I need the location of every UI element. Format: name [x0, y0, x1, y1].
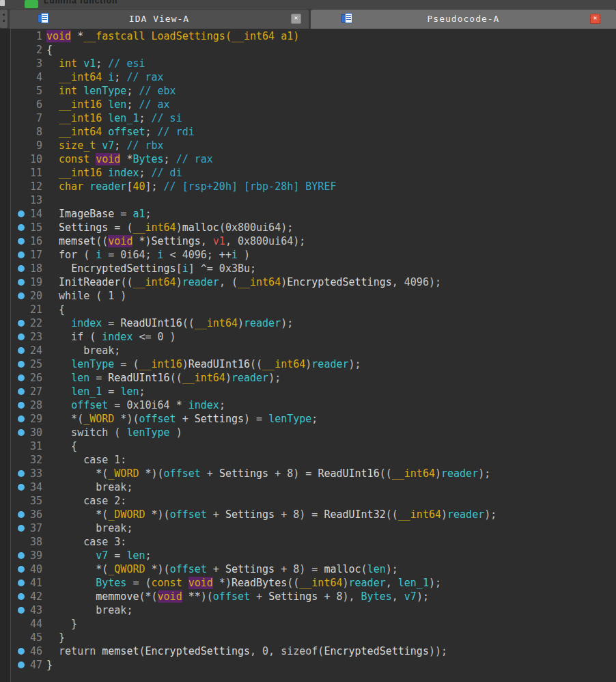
code-line[interactable]: 45 } [11, 631, 616, 644]
address-dot-cell[interactable] [11, 508, 29, 521]
code-line[interactable]: 21 { [11, 303, 616, 316]
code-line[interactable]: 14 ImageBase = a1; [11, 207, 616, 221]
address-dot-cell[interactable] [11, 275, 29, 289]
tab-pseudocode[interactable]: Pseudocode-A ✕ [311, 10, 616, 29]
tab-ida-view[interactable]: IDA View-A ✕ [10, 10, 309, 29]
address-dot-icon[interactable] [18, 374, 25, 381]
address-dot-icon[interactable] [18, 402, 25, 409]
code-line[interactable]: 44 } [11, 617, 616, 631]
address-dot-icon[interactable] [18, 525, 25, 532]
code-line[interactable]: 27 len_1 = len; [11, 385, 616, 398]
code-line[interactable]: 40 *(_QWORD *)(offset + Settings + 8) = … [11, 562, 616, 576]
address-dot-cell[interactable] [11, 467, 29, 480]
toolbar-partial-icon[interactable] [0, 0, 5, 6]
address-dot-icon[interactable] [18, 552, 25, 559]
address-dot-icon[interactable] [18, 470, 25, 477]
code-line[interactable]: 24 break; [11, 344, 616, 357]
code-line[interactable]: 8 __int64 offset; // rdi [11, 125, 616, 139]
address-dot-icon[interactable] [18, 388, 25, 395]
address-dot-cell[interactable] [11, 426, 29, 439]
code-line[interactable]: 43 break; [11, 603, 616, 617]
code-line[interactable]: 12 char reader[40]; // [rsp+20h] [rbp-28… [11, 180, 616, 193]
address-dot-icon[interactable] [18, 415, 25, 422]
address-dot-icon[interactable] [18, 265, 25, 272]
code-line[interactable]: 31 { [11, 439, 616, 453]
address-dot-cell[interactable] [11, 344, 29, 357]
address-dot-cell[interactable] [11, 603, 29, 617]
code-line[interactable]: 28 offset = 0x10i64 * index; [11, 398, 616, 412]
close-tab-icon[interactable]: ✕ [291, 14, 301, 24]
code-line[interactable]: 41 Bytes = (const void *)ReadBytes((__in… [11, 576, 616, 590]
code-line[interactable]: 15 Settings = (__int64)malloc(0x800ui64)… [11, 221, 616, 234]
code-line[interactable]: 23 if ( index <= 0 ) [11, 330, 616, 344]
address-dot-cell[interactable] [11, 549, 29, 562]
address-dot-cell[interactable] [11, 207, 29, 221]
address-dot-icon[interactable] [18, 566, 25, 573]
code-line[interactable]: 46 return memset(EncryptedSettings, 0, s… [11, 644, 616, 658]
address-dot-cell[interactable] [11, 221, 29, 234]
address-dot-cell[interactable] [11, 576, 29, 590]
close-tab-icon[interactable]: ✕ [590, 14, 600, 24]
address-dot-cell[interactable] [11, 521, 29, 535]
dock-handle[interactable] [0, 10, 8, 28]
code-line[interactable]: 18 EncryptedSettings[i] ^= 0x3Bu; [11, 262, 616, 275]
code-line[interactable]: 10 const void *Bytes; // rax [11, 152, 616, 166]
code-line[interactable]: 3 int v1; // esi [11, 57, 616, 70]
address-dot-cell[interactable] [11, 590, 29, 603]
address-dot-icon[interactable] [18, 210, 25, 217]
code-line[interactable]: 7 __int16 len_1; // si [11, 111, 616, 125]
code-line[interactable]: 4 __int64 i; // rax [11, 70, 616, 84]
address-dot-cell[interactable] [11, 316, 29, 330]
address-dot-icon[interactable] [18, 648, 25, 655]
address-dot-icon[interactable] [18, 661, 25, 668]
address-dot-cell[interactable] [11, 480, 29, 494]
address-dot-cell[interactable] [11, 371, 29, 385]
code-line[interactable]: 1void *__fastcall LoadSettings(__int64 a… [11, 29, 616, 43]
address-dot-icon[interactable] [18, 579, 25, 586]
address-dot-cell[interactable] [11, 398, 29, 412]
code-line[interactable]: 25 lenType = (__int16)ReadUInt16((__int6… [11, 357, 616, 371]
code-line[interactable]: 38 case 3: [11, 535, 616, 549]
code-line[interactable]: 13 [11, 193, 616, 207]
code-line[interactable]: 32 case 1: [11, 453, 616, 467]
address-dot-cell[interactable] [11, 248, 29, 262]
code-line[interactable]: 19 InitReader((__int64)reader, (__int64)… [11, 275, 616, 289]
code-line[interactable]: 37 break; [11, 521, 616, 535]
address-dot-cell[interactable] [11, 562, 29, 576]
code-line[interactable]: 2{ [11, 43, 616, 57]
code-line[interactable]: 29 *(_WORD *)(offset + Settings) = lenTy… [11, 412, 616, 426]
address-dot-icon[interactable] [18, 251, 25, 258]
address-dot-icon[interactable] [18, 607, 25, 614]
address-dot-icon[interactable] [18, 511, 25, 518]
code-line[interactable]: 11 __int16 index; // di [11, 166, 616, 180]
address-dot-cell[interactable] [11, 357, 29, 371]
address-dot-icon[interactable] [18, 347, 25, 354]
code-line[interactable]: 42 memmove(*(void **)(offset + Settings … [11, 590, 616, 603]
code-line[interactable]: 35 case 2: [11, 494, 616, 508]
address-dot-cell[interactable] [11, 330, 29, 344]
code-line[interactable]: 17 for ( i = 0i64; i < 4096; ++i ) [11, 248, 616, 262]
code-line[interactable]: 39 v7 = len; [11, 549, 616, 562]
address-dot-icon[interactable] [18, 279, 25, 286]
address-dot-icon[interactable] [18, 361, 25, 368]
address-dot-icon[interactable] [18, 224, 25, 231]
code-line[interactable]: 36 *(_DWORD *)(offset + Settings + 8) = … [11, 508, 616, 521]
address-dot-icon[interactable] [18, 593, 25, 600]
address-dot-icon[interactable] [18, 429, 25, 436]
address-dot-cell[interactable] [11, 234, 29, 248]
code-line[interactable]: 16 memset((void *)Settings, v1, 0x800ui6… [11, 234, 616, 248]
code-line[interactable]: 5 int lenType; // ebx [11, 84, 616, 98]
code-line[interactable]: 6 __int16 len; // ax [11, 98, 616, 111]
address-dot-icon[interactable] [18, 292, 25, 299]
code-line[interactable]: 20 while ( 1 ) [11, 289, 616, 303]
code-line[interactable]: 34 break; [11, 480, 616, 494]
address-dot-icon[interactable] [18, 320, 25, 327]
address-dot-cell[interactable] [11, 644, 29, 658]
address-dot-icon[interactable] [18, 238, 25, 245]
code-line[interactable]: 30 switch ( lenType ) [11, 426, 616, 439]
address-dot-icon[interactable] [18, 333, 25, 340]
pseudocode-panel[interactable]: 1void *__fastcall LoadSettings(__int64 a… [0, 29, 616, 682]
lumina-icon[interactable] [25, 0, 38, 8]
address-dot-cell[interactable] [11, 412, 29, 426]
address-dot-cell[interactable] [11, 658, 29, 672]
